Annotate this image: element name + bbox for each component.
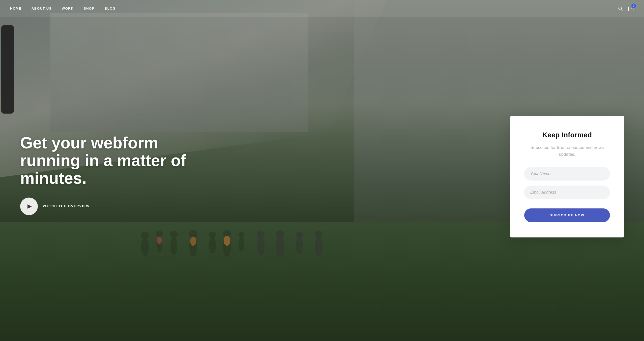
name-input[interactable] [524, 167, 610, 180]
svg-point-27 [224, 236, 230, 246]
hero-cta: ▶ WATCH THE OVERVIEW [20, 197, 197, 215]
svg-point-7 [170, 237, 177, 255]
figure-silhouette [0, 25, 15, 114]
hero-section: Get your webform running in a matter of … [0, 0, 644, 341]
svg-point-20 [276, 230, 284, 238]
svg-point-25 [190, 237, 196, 246]
cart-button[interactable]: 0 [628, 6, 634, 12]
svg-point-6 [156, 231, 163, 237]
svg-line-1 [621, 9, 623, 11]
svg-point-8 [170, 231, 178, 238]
watch-label: WATCH THE OVERVIEW [43, 204, 90, 208]
svg-point-18 [257, 231, 265, 239]
svg-point-22 [296, 232, 303, 238]
form-subtitle: Subscribe for free resources and news up… [524, 144, 610, 158]
play-button[interactable]: ▶ [20, 197, 38, 215]
svg-point-26 [157, 237, 162, 244]
svg-point-16 [239, 232, 244, 238]
svg-point-17 [257, 237, 265, 255]
svg-rect-28 [1, 25, 14, 114]
svg-point-21 [296, 237, 303, 254]
navbar: HOME ABOUT US WORK SHOP BLOG 0 [0, 0, 644, 17]
email-input[interactable] [524, 186, 610, 199]
svg-point-24 [315, 231, 323, 238]
subscribe-button[interactable]: SUBSCRIBE NOW [524, 208, 610, 222]
svg-point-19 [276, 237, 284, 256]
name-field-group [524, 167, 610, 180]
nav-item-work[interactable]: WORK [62, 7, 74, 10]
nav-item-shop[interactable]: SHOP [84, 7, 95, 10]
search-icon [618, 6, 623, 11]
nav-links: HOME ABOUT US WORK SHOP BLOG [10, 7, 115, 10]
play-icon: ▶ [27, 203, 32, 209]
search-button[interactable] [618, 6, 623, 11]
form-card: Keep Informed Subscribe for free resourc… [510, 116, 624, 237]
cart-count: 0 [631, 4, 636, 8]
nav-item-blog[interactable]: BLOG [105, 7, 116, 10]
svg-point-12 [209, 232, 216, 238]
svg-point-15 [239, 237, 244, 252]
form-title: Keep Informed [524, 131, 610, 139]
svg-point-0 [619, 7, 622, 10]
nav-actions: 0 [618, 6, 634, 12]
email-field-group [524, 186, 610, 199]
svg-point-3 [141, 238, 149, 256]
nav-item-about[interactable]: ABOUT US [32, 7, 52, 10]
hero-content: Get your webform running in a matter of … [20, 134, 197, 215]
hero-heading: Get your webform running in a matter of … [20, 134, 197, 187]
svg-point-23 [315, 237, 323, 256]
svg-point-11 [209, 237, 216, 253]
svg-point-4 [141, 232, 149, 239]
nav-item-home[interactable]: HOME [10, 7, 21, 10]
